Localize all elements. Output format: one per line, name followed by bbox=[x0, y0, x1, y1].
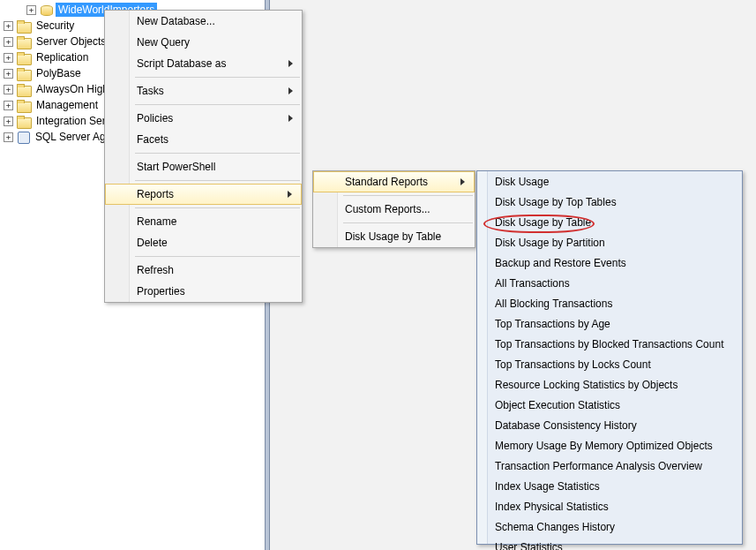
expander-icon[interactable]: + bbox=[4, 101, 13, 110]
menu-item[interactable]: Facets bbox=[105, 129, 302, 150]
expander-icon[interactable]: + bbox=[4, 21, 13, 31]
expander-icon[interactable]: + bbox=[4, 132, 13, 142]
menu-separator bbox=[135, 207, 300, 208]
menu-item[interactable]: User Statistics bbox=[477, 537, 742, 550]
menu-item[interactable]: Delete bbox=[105, 232, 302, 253]
expander-icon[interactable]: + bbox=[4, 37, 13, 47]
menu-item[interactable]: Top Transactions by Age bbox=[477, 313, 742, 334]
tree-node-label: AlwaysOn High bbox=[34, 82, 111, 96]
context-menu-database: New Database...New QueryScript Database … bbox=[104, 10, 303, 303]
expander-icon[interactable]: + bbox=[4, 69, 13, 79]
submenu-standard-reports: Disk UsageDisk Usage by Top TablesDisk U… bbox=[476, 170, 743, 545]
menu-item[interactable]: Policies bbox=[105, 108, 302, 129]
menu-item[interactable]: Object Execution Statistics bbox=[477, 395, 742, 415]
folder-icon bbox=[17, 116, 30, 127]
menu-item[interactable]: Tasks bbox=[105, 80, 302, 102]
folder-icon bbox=[17, 68, 30, 79]
menu-item[interactable]: Top Transactions by Blocked Transactions… bbox=[477, 334, 742, 354]
folder-icon bbox=[17, 20, 30, 32]
menu-item[interactable]: Disk Usage by Table bbox=[477, 212, 742, 232]
expander-icon[interactable]: + bbox=[4, 53, 13, 63]
menu-item[interactable]: Disk Usage by Top Tables bbox=[477, 192, 742, 212]
expander-icon[interactable]: + bbox=[4, 117, 13, 126]
menu-separator bbox=[343, 222, 473, 223]
folder-icon bbox=[17, 84, 30, 95]
menu-item[interactable]: Properties bbox=[105, 281, 302, 302]
tree-node-label: Security bbox=[34, 19, 77, 33]
menu-item[interactable]: Disk Usage bbox=[477, 171, 742, 192]
menu-item[interactable]: Standard Reports bbox=[313, 171, 475, 192]
tree-node-label: Server Objects bbox=[34, 34, 109, 49]
menu-item[interactable]: Refresh bbox=[105, 260, 302, 281]
tree-node-label: Replication bbox=[34, 50, 91, 64]
tree-node-label: Integration Ser bbox=[34, 114, 109, 128]
database-icon bbox=[40, 4, 52, 16]
menu-item[interactable]: Backup and Restore Events bbox=[477, 252, 742, 273]
menu-item[interactable]: Script Database as bbox=[105, 53, 302, 74]
menu-separator bbox=[135, 77, 300, 78]
menu-item[interactable]: Start PowerShell bbox=[105, 156, 302, 177]
menu-separator bbox=[135, 256, 300, 257]
menu-item[interactable]: Custom Reports... bbox=[313, 199, 475, 220]
expander-icon[interactable]: + bbox=[26, 5, 36, 15]
folder-icon bbox=[17, 52, 30, 64]
menu-item[interactable]: Index Physical Statistics bbox=[477, 496, 742, 516]
tree-node-label: Management bbox=[34, 98, 101, 112]
menu-separator bbox=[343, 195, 473, 196]
menu-item[interactable]: Database Consistency History bbox=[477, 415, 742, 435]
tree-node-label: SQL Server Age bbox=[33, 130, 114, 144]
menu-item[interactable]: New Database... bbox=[105, 11, 302, 32]
menu-separator bbox=[135, 153, 300, 154]
tree-node-label: PolyBase bbox=[34, 66, 84, 80]
menu-item[interactable]: Index Usage Statistics bbox=[477, 476, 742, 496]
menu-item[interactable]: All Blocking Transactions bbox=[477, 293, 742, 313]
menu-separator bbox=[135, 180, 300, 181]
menu-item[interactable]: Disk Usage by Table bbox=[313, 226, 475, 247]
folder-icon bbox=[17, 100, 30, 111]
menu-item[interactable]: All Transactions bbox=[477, 273, 742, 293]
menu-item[interactable]: Resource Locking Statistics by Objects bbox=[477, 374, 742, 395]
agent-icon bbox=[17, 131, 29, 143]
menu-separator bbox=[135, 104, 300, 105]
expander-icon[interactable]: + bbox=[4, 85, 13, 94]
menu-item[interactable]: Rename bbox=[105, 211, 302, 232]
menu-item[interactable]: Reports bbox=[105, 184, 302, 205]
folder-icon bbox=[17, 36, 30, 48]
menu-item[interactable]: Schema Changes History bbox=[477, 516, 742, 537]
menu-item[interactable]: Disk Usage by Partition bbox=[477, 232, 742, 252]
menu-item[interactable]: Memory Usage By Memory Optimized Objects bbox=[477, 435, 742, 456]
submenu-reports: Standard ReportsCustom Reports...Disk Us… bbox=[312, 170, 475, 248]
menu-item[interactable]: New Query bbox=[105, 32, 302, 53]
menu-item[interactable]: Transaction Performance Analysis Overvie… bbox=[477, 456, 742, 476]
menu-item[interactable]: Top Transactions by Locks Count bbox=[477, 354, 742, 374]
